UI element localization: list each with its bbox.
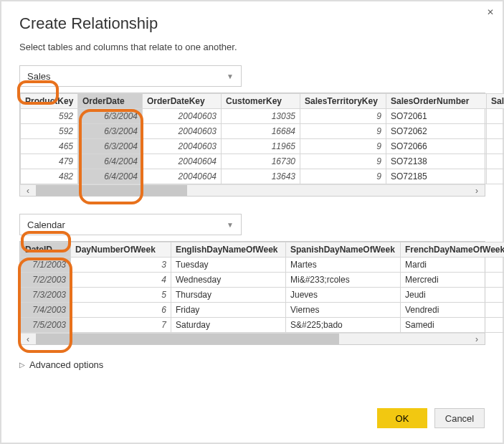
table-row[interactable]: 7/1/20033TuesdayMartesMardi bbox=[21, 258, 505, 273]
scroll-left-icon[interactable]: ‹ bbox=[20, 185, 36, 197]
table-row[interactable]: 5926/3/200420040603166849SO72062 bbox=[21, 124, 505, 139]
scroll-left-icon[interactable]: ‹ bbox=[20, 334, 36, 345]
table-cell[interactable]: S&#225;bado bbox=[286, 318, 401, 333]
advanced-options-toggle[interactable]: ▷ Advanced options bbox=[19, 359, 485, 370]
column-header[interactable]: DayNumberOfWeek bbox=[71, 242, 171, 258]
table-cell[interactable]: Mardi bbox=[401, 258, 505, 273]
table-cell[interactable]: Mercredi bbox=[401, 273, 505, 288]
table-cell[interactable] bbox=[487, 109, 505, 124]
table-cell[interactable]: 6/4/2004 bbox=[78, 154, 143, 169]
table-cell[interactable]: SO72185 bbox=[386, 169, 487, 184]
cancel-button[interactable]: Cancel bbox=[434, 408, 485, 428]
table-cell[interactable]: 13643 bbox=[222, 169, 300, 184]
column-header[interactable]: OrderDateKey bbox=[143, 94, 222, 109]
table-cell[interactable] bbox=[487, 124, 505, 139]
table-cell[interactable]: 20040603 bbox=[143, 109, 222, 124]
table-cell[interactable]: 9 bbox=[300, 139, 386, 154]
table1-hscroll[interactable]: ‹ › bbox=[20, 184, 485, 196]
table-cell[interactable]: 20040604 bbox=[143, 154, 222, 169]
table-cell[interactable]: Vendredi bbox=[401, 303, 505, 318]
table-cell[interactable]: 6/3/2004 bbox=[78, 124, 143, 139]
table-cell[interactable]: Jueves bbox=[286, 288, 401, 303]
table2-select[interactable]: Calendar ▼ bbox=[19, 214, 242, 235]
table-cell[interactable]: Tuesday bbox=[171, 258, 286, 273]
chevron-down-icon: ▼ bbox=[227, 72, 234, 80]
table-cell[interactable]: Saturday bbox=[171, 318, 286, 333]
table-cell[interactable] bbox=[487, 169, 505, 184]
table-cell[interactable]: 7/2/2003 bbox=[21, 273, 71, 288]
table-cell[interactable]: Thursday bbox=[171, 288, 286, 303]
table-cell[interactable]: Jeudi bbox=[401, 288, 505, 303]
table-cell[interactable]: 482 bbox=[21, 169, 78, 184]
table-cell[interactable] bbox=[487, 154, 505, 169]
table-cell[interactable]: Wednesday bbox=[171, 273, 286, 288]
table-cell[interactable]: 7/5/2003 bbox=[21, 318, 71, 333]
column-header[interactable]: ProductKey bbox=[21, 94, 78, 109]
table-cell[interactable] bbox=[487, 139, 505, 154]
table-cell[interactable]: SO72138 bbox=[386, 154, 487, 169]
table-row[interactable]: 4826/4/200420040604136439SO72185 bbox=[21, 169, 505, 184]
table-cell[interactable]: SO72062 bbox=[386, 124, 487, 139]
table-row[interactable]: 7/2/20034WednesdayMi&#233;rcolesMercredi bbox=[21, 273, 505, 288]
scroll-track[interactable] bbox=[36, 334, 469, 344]
table-cell[interactable]: 592 bbox=[21, 124, 78, 139]
table2-grid[interactable]: DateIDDayNumberOfWeekEnglishDayNameOfWee… bbox=[19, 241, 485, 345]
table-cell[interactable]: 16730 bbox=[222, 154, 300, 169]
table-cell[interactable]: 479 bbox=[21, 154, 78, 169]
table1-select[interactable]: Sales ▼ bbox=[19, 65, 242, 87]
table2-hscroll[interactable]: ‹ › bbox=[20, 333, 485, 344]
table-cell[interactable]: 5 bbox=[71, 288, 171, 303]
table-cell[interactable]: 13035 bbox=[222, 109, 300, 124]
table-cell[interactable]: 465 bbox=[21, 139, 78, 154]
column-header[interactable]: OrderDate bbox=[78, 94, 143, 109]
table-cell[interactable]: 20040603 bbox=[143, 124, 222, 139]
scroll-track[interactable] bbox=[36, 185, 469, 196]
table-cell[interactable]: 7/4/2003 bbox=[21, 303, 71, 318]
table-cell[interactable]: 11965 bbox=[222, 139, 300, 154]
close-icon[interactable]: ✕ bbox=[487, 7, 494, 17]
table-cell[interactable]: 9 bbox=[300, 154, 386, 169]
table-row[interactable]: 4656/3/200420040603119659SO72066 bbox=[21, 139, 505, 154]
column-header[interactable]: EnglishDayNameOfWeek bbox=[171, 242, 286, 258]
table-cell[interactable]: 9 bbox=[300, 169, 386, 184]
table-cell[interactable]: 6 bbox=[71, 303, 171, 318]
ok-button[interactable]: OK bbox=[377, 408, 427, 428]
table-row[interactable]: 7/3/20035ThursdayJuevesJeudi bbox=[21, 288, 505, 303]
table-cell[interactable]: 7/1/2003 bbox=[21, 258, 71, 273]
table-cell[interactable]: 6/3/2004 bbox=[78, 139, 143, 154]
table-cell[interactable]: 6/3/2004 bbox=[78, 109, 143, 124]
column-header[interactable]: SalesOrderNumber bbox=[386, 94, 487, 109]
table-cell[interactable]: 4 bbox=[71, 273, 171, 288]
table1-grid[interactable]: ProductKeyOrderDateOrderDateKeyCustomerK… bbox=[19, 93, 485, 197]
table-cell[interactable]: 592 bbox=[21, 109, 78, 124]
column-header[interactable]: FrenchDayNameOfWeek bbox=[401, 242, 505, 258]
table-cell[interactable]: Friday bbox=[171, 303, 286, 318]
table-cell[interactable]: Viernes bbox=[286, 303, 401, 318]
column-header[interactable]: SpanishDayNameOfWeek bbox=[286, 242, 401, 258]
column-header[interactable]: SalesOrder bbox=[487, 94, 505, 109]
column-header[interactable]: CustomerKey bbox=[222, 94, 300, 109]
chevron-right-icon: ▷ bbox=[19, 361, 25, 369]
table-cell[interactable]: Martes bbox=[286, 258, 401, 273]
table-row[interactable]: 7/4/20036FridayViernesVendredi bbox=[21, 303, 505, 318]
column-header[interactable]: SalesTerritoryKey bbox=[300, 94, 386, 109]
table-cell[interactable]: 20040603 bbox=[143, 139, 222, 154]
table-row[interactable]: 4796/4/200420040604167309SO72138 bbox=[21, 154, 505, 169]
table-cell[interactable]: 20040604 bbox=[143, 169, 222, 184]
scroll-right-icon[interactable]: › bbox=[469, 334, 485, 345]
table-cell[interactable]: 9 bbox=[300, 124, 386, 139]
column-header[interactable]: DateID bbox=[21, 242, 71, 258]
scroll-right-icon[interactable]: › bbox=[469, 185, 485, 197]
table-cell[interactable]: SO72061 bbox=[386, 109, 487, 124]
table-row[interactable]: 5926/3/200420040603130359SO72061 bbox=[21, 109, 505, 124]
table-cell[interactable]: 3 bbox=[71, 258, 171, 273]
table-cell[interactable]: 16684 bbox=[222, 124, 300, 139]
table-cell[interactable]: Samedi bbox=[401, 318, 505, 333]
table-cell[interactable]: 7 bbox=[71, 318, 171, 333]
table-cell[interactable]: Mi&#233;rcoles bbox=[286, 273, 401, 288]
table-cell[interactable]: SO72066 bbox=[386, 139, 487, 154]
table-cell[interactable]: 7/3/2003 bbox=[21, 288, 71, 303]
table-cell[interactable]: 6/4/2004 bbox=[78, 169, 143, 184]
table-row[interactable]: 7/5/20037SaturdayS&#225;badoSamedi bbox=[21, 318, 505, 333]
table-cell[interactable]: 9 bbox=[300, 109, 386, 124]
